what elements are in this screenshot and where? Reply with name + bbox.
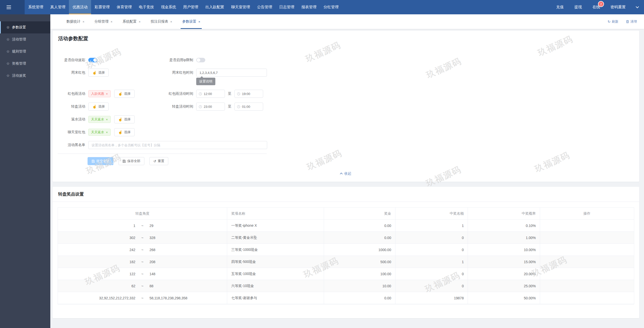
sidebar-menu: ☆参数设置☆活动管理☆规则管理☆资格管理☆活动派奖	[0, 14, 50, 82]
navbar-menu-item[interactable]: 出入款配置	[202, 0, 228, 14]
tab[interactable]: 投注日报表×	[150, 14, 173, 29]
navbar-user-action[interactable]: 提现	[574, 5, 582, 10]
navbar-menu-item-label: 优惠活动	[72, 5, 88, 10]
redpacket-rain-tag: 入款优惠 ×	[88, 90, 111, 97]
sidebar-item[interactable]: ☆参数设置	[0, 21, 50, 33]
tag-close-icon[interactable]: ×	[106, 92, 108, 96]
navbar-menu-item[interactable]: 日志管理	[276, 0, 298, 14]
star-icon: ☆	[6, 61, 10, 66]
wheel-activity-label: 转盘活动	[55, 104, 85, 109]
table-header-row: 转盘角度 奖项名称 奖金 中奖名额 中奖概率 操作	[58, 208, 634, 220]
sidebar-item-label: 活动管理	[12, 37, 26, 42]
chevron-down-icon[interactable]	[636, 5, 639, 8]
redpacket-rain-time-label: 红包雨活动时间	[155, 91, 193, 96]
tab-label: 数据统计	[66, 19, 80, 24]
ip-limit-switch[interactable]	[196, 58, 205, 62]
weekend-time-input[interactable]	[196, 69, 267, 77]
cell-prize-amount: 1000.00	[324, 244, 395, 256]
cell-prize-name: 六等奖-10现金	[227, 280, 324, 292]
hand-pointer-icon: ☝	[118, 130, 123, 134]
rebate-select-button[interactable]: ☝ 选择	[114, 115, 135, 123]
clean-label: 清理	[630, 19, 637, 24]
tag-close-icon[interactable]: ×	[106, 130, 108, 134]
navbar-user-action[interactable]: 密码重置	[611, 5, 626, 10]
navbar-menu-item-label: 现金系统	[161, 5, 176, 10]
wheel-select-button[interactable]: ☝ 选择	[88, 103, 109, 111]
tag-close-icon[interactable]: ×	[106, 118, 108, 121]
close-icon[interactable]: ×	[198, 20, 200, 24]
cell-win-quota: 19878	[395, 292, 468, 304]
reset-button[interactable]: ↺ 重置	[149, 157, 168, 165]
refresh-button[interactable]: ↻ 刷新	[608, 19, 618, 24]
blacklist-label: 活动黑名单	[55, 143, 85, 147]
table-row: 242~268 三等奖-1000现金 1000.00 0 10.00%	[58, 244, 634, 256]
navbar-menu-item[interactable]: 报表管理	[298, 0, 320, 14]
redpacket-rain-select-button[interactable]: ☝ 选择	[114, 90, 135, 98]
rebate-tag: 天天返水 ×	[88, 116, 111, 123]
star-icon: ☆	[6, 25, 10, 30]
page-title: 活动参数配置	[58, 35, 88, 42]
save-icon	[92, 160, 95, 163]
col-wheel-angle: 转盘角度	[58, 208, 227, 219]
navbar-menu-item[interactable]: 用户管理	[180, 0, 202, 14]
collapse-link[interactable]: 收起	[53, 171, 639, 176]
cell-action	[540, 268, 634, 280]
table-row: 62~88 六等奖-10现金 10.00 0 25.00%	[58, 280, 634, 292]
navbar-menu-item[interactable]: 系统管理	[25, 0, 47, 14]
hamburger-icon[interactable]	[7, 6, 11, 9]
submit-changes-button[interactable]: 提交变更	[88, 157, 113, 165]
weekend-select-button[interactable]: ☝ 选择	[88, 69, 109, 77]
navbar-menu-item[interactable]: 现金系统	[157, 0, 180, 14]
cell-win-quota: 0	[395, 280, 468, 292]
cell-prize-amount: 10.00	[324, 280, 395, 292]
cell-wheel-angle: 182~208	[58, 256, 227, 268]
table-row: 302~328 二等奖-黄金吊坠 0.00 0 1.00%	[58, 232, 634, 244]
navbar-user-action-label: 充值	[556, 5, 564, 9]
cell-action	[540, 220, 634, 231]
cell-prize-name: 五等奖-100现金	[227, 268, 324, 280]
navbar-menu-item[interactable]: 体育管理	[113, 0, 135, 14]
tab[interactable]: 参数设置×	[182, 14, 201, 29]
navbar-menu-item[interactable]: 公告管理	[254, 0, 276, 14]
wheel-start-time-input[interactable]: 23:00	[196, 103, 225, 111]
sidebar-item[interactable]: ☆资格管理	[0, 58, 50, 70]
chatroom-select-button[interactable]: ☝ 选择	[114, 128, 135, 136]
rain-end-time-input[interactable]: 19:00	[234, 90, 263, 98]
navbar-user-action[interactable]: 在线2	[592, 5, 600, 10]
close-icon[interactable]: ×	[83, 20, 85, 24]
sidebar-collapse-zone	[0, 0, 25, 14]
star-icon: ☆	[6, 73, 10, 78]
sidebar-item[interactable]: ☆规则管理	[0, 45, 50, 58]
sidebar-item[interactable]: ☆活动派奖	[0, 70, 50, 82]
auto-payout-label: 是否自动派彩	[55, 58, 85, 62]
close-icon[interactable]: ×	[170, 20, 172, 24]
close-icon[interactable]: ×	[111, 20, 113, 24]
wheel-end-time-input[interactable]: 01:00	[234, 103, 263, 111]
navbar-menu-item[interactable]: 彩票管理	[91, 0, 113, 14]
form-buttons: 提交变更 保存全部 ↺ 重置	[88, 157, 168, 165]
tab[interactable]: 分组管理×	[94, 14, 113, 29]
save-all-button[interactable]: 保存全部	[118, 157, 144, 165]
navbar-menu-item[interactable]: 真人管理	[47, 0, 69, 14]
save-icon	[123, 160, 126, 163]
tab[interactable]: 系统配置×	[122, 14, 141, 29]
auto-payout-switch[interactable]	[88, 58, 97, 62]
cell-win-quota: 0	[395, 268, 468, 280]
navbar-user-action[interactable]: 充值	[556, 5, 564, 10]
navbar-menu-item[interactable]: 电子竞技	[135, 0, 157, 14]
blacklist-input[interactable]	[88, 141, 267, 149]
cell-action	[540, 256, 634, 268]
tab[interactable]: 数据统计×	[66, 14, 85, 29]
close-icon[interactable]: ×	[139, 20, 141, 24]
clean-button[interactable]: 清理	[626, 19, 637, 24]
cell-prize-amount: 500.00	[324, 256, 395, 268]
sidebar-item[interactable]: ☆活动管理	[0, 33, 50, 45]
table-row: 182~208 四等奖-500现金 500.00 1 15.00%	[58, 256, 634, 268]
rain-start-time-input[interactable]: 12:00	[196, 90, 225, 98]
navbar-menu-item[interactable]: 聊天室管理	[228, 0, 254, 14]
cell-win-quota: 0	[395, 232, 468, 244]
navbar-menu-item[interactable]: 分红管理	[320, 0, 342, 14]
cell-wheel-angle: 62~88	[58, 280, 227, 292]
col-prize-amount: 奖金	[324, 208, 395, 219]
navbar-menu-item[interactable]: 优惠活动	[69, 0, 91, 14]
